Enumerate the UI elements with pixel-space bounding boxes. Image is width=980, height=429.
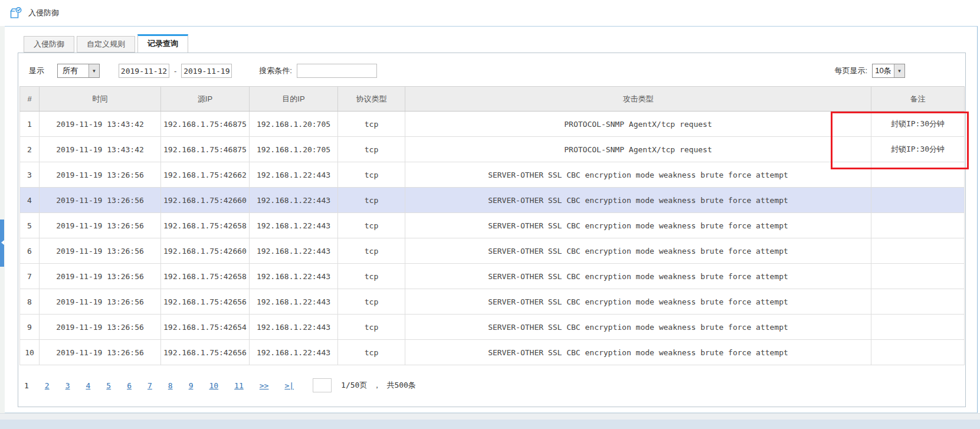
page-link[interactable]: 4 xyxy=(86,381,90,390)
display-label: 显示 xyxy=(29,66,44,76)
cell-note xyxy=(871,188,965,213)
date-range-separator: - xyxy=(174,67,176,76)
page-link[interactable]: 6 xyxy=(127,381,132,390)
column-header: 源IP xyxy=(161,87,250,112)
cell-dest-ip: 192.168.1.22:443 xyxy=(250,340,338,365)
page-link[interactable]: 10 xyxy=(209,381,218,390)
bottom-band-light xyxy=(0,413,980,420)
cell-protocol: tcp xyxy=(338,264,405,289)
page-link[interactable]: 9 xyxy=(189,381,194,390)
cell-attack-type: SERVER-OTHER SSL CBC encryption mode wea… xyxy=(405,213,871,238)
column-header: # xyxy=(20,87,40,112)
page-info-separator: ， xyxy=(373,380,381,391)
last-page-link[interactable]: >| xyxy=(284,381,294,390)
cell-time: 2019-11-19 13:26:56 xyxy=(40,238,161,264)
date-from-input[interactable] xyxy=(119,64,169,78)
page-link[interactable]: 2 xyxy=(45,381,50,390)
page-links: 234567891011 xyxy=(29,381,244,390)
page-link[interactable]: 7 xyxy=(148,381,152,390)
per-page-select-value: 10条 xyxy=(873,64,894,77)
page-link[interactable]: 5 xyxy=(106,381,111,390)
tab-bar: 入侵防御自定义规则记录查询 xyxy=(24,34,191,53)
cell-dest-ip: 192.168.1.22:443 xyxy=(250,315,338,340)
next-group-link[interactable]: >> xyxy=(260,381,269,390)
cell-index: 10 xyxy=(20,340,40,365)
page-link[interactable]: 3 xyxy=(65,381,70,390)
intrusion-prevention-icon xyxy=(8,6,22,20)
cell-index: 7 xyxy=(20,264,40,289)
cell-protocol: tcp xyxy=(338,137,405,162)
cell-protocol: tcp xyxy=(338,315,405,340)
total-info: 共500条 xyxy=(386,380,415,391)
column-header: 协议类型 xyxy=(338,87,405,112)
cell-attack-type: SERVER-OTHER SSL CBC encryption mode wea… xyxy=(405,289,871,315)
cell-source-ip: 192.168.1.75:42658 xyxy=(161,264,250,289)
column-header: 攻击类型 xyxy=(405,87,871,112)
table-row[interactable]: 9 2019-11-19 13:26:56 192.168.1.75:42654… xyxy=(20,315,965,340)
filter-row: 显示 所有 ▼ - 搜索条件: 每页显示: 10条 ▼ xyxy=(18,53,965,79)
log-table-body: 1 2019-11-19 13:43:42 192.168.1.75:46875… xyxy=(20,112,965,365)
cell-index: 5 xyxy=(20,213,40,238)
cell-protocol: tcp xyxy=(338,289,405,315)
cell-protocol: tcp xyxy=(338,112,405,137)
table-row[interactable]: 4 2019-11-19 13:26:56 192.168.1.75:42660… xyxy=(20,188,965,213)
table-row[interactable]: 7 2019-11-19 13:26:56 192.168.1.75:42658… xyxy=(20,264,965,289)
table-row[interactable]: 1 2019-11-19 13:43:42 192.168.1.75:46875… xyxy=(20,112,965,137)
search-input[interactable] xyxy=(297,64,377,78)
intrusion-prevention-page: 入侵防御 入侵防御自定义规则记录查询 显示 所有 ▼ - 搜索条件: xyxy=(0,0,980,429)
cell-dest-ip: 192.168.1.22:443 xyxy=(250,238,338,264)
chevron-down-icon: ▼ xyxy=(894,64,904,77)
display-select[interactable]: 所有 ▼ xyxy=(57,64,100,78)
page-jump-input[interactable] xyxy=(313,378,332,392)
column-header: 目的IP xyxy=(250,87,338,112)
cell-dest-ip: 192.168.1.22:443 xyxy=(250,213,338,238)
cell-attack-type: SERVER-OTHER SSL CBC encryption mode wea… xyxy=(405,238,871,264)
tab-入侵防御[interactable]: 入侵防御 xyxy=(24,36,74,53)
cell-time: 2019-11-19 13:26:56 xyxy=(40,213,161,238)
cell-time: 2019-11-19 13:26:56 xyxy=(40,162,161,188)
main-panel: 入侵防御自定义规则记录查询 显示 所有 ▼ - 搜索条件: 每页显示: 10条 xyxy=(5,26,978,413)
cell-source-ip: 192.168.1.75:42662 xyxy=(161,162,250,188)
cell-protocol: tcp xyxy=(338,340,405,365)
cell-time: 2019-11-19 13:26:56 xyxy=(40,289,161,315)
cell-source-ip: 192.168.1.75:46875 xyxy=(161,112,250,137)
cell-attack-type: SERVER-OTHER SSL CBC encryption mode wea… xyxy=(405,315,871,340)
table-row[interactable]: 5 2019-11-19 13:26:56 192.168.1.75:42658… xyxy=(20,213,965,238)
cell-dest-ip: 192.168.1.22:443 xyxy=(250,289,338,315)
page-link[interactable]: 8 xyxy=(168,381,173,390)
log-table: #时间源IP目的IP协议类型攻击类型备注 1 2019-11-19 13:43:… xyxy=(19,86,965,365)
per-page-select[interactable]: 10条 ▼ xyxy=(872,64,905,78)
date-to-input[interactable] xyxy=(181,64,232,78)
table-row[interactable]: 3 2019-11-19 13:26:56 192.168.1.75:42662… xyxy=(20,162,965,188)
cell-index: 3 xyxy=(20,162,40,188)
page-title: 入侵防御 xyxy=(28,8,59,18)
page-link[interactable]: 11 xyxy=(234,381,244,390)
cell-index: 6 xyxy=(20,238,40,264)
table-row[interactable]: 2 2019-11-19 13:43:42 192.168.1.75:46875… xyxy=(20,137,965,162)
table-row[interactable]: 8 2019-11-19 13:26:56 192.168.1.75:42656… xyxy=(20,289,965,315)
cell-attack-type: SERVER-OTHER SSL CBC encryption mode wea… xyxy=(405,264,871,289)
cell-source-ip: 192.168.1.75:42656 xyxy=(161,289,250,315)
cell-protocol: tcp xyxy=(338,238,405,264)
cell-dest-ip: 192.168.1.20:705 xyxy=(250,137,338,162)
cell-note xyxy=(871,264,965,289)
cell-attack-type: SERVER-OTHER SSL CBC encryption mode wea… xyxy=(405,340,871,365)
cell-attack-type: PROTOCOL-SNMP AgentX/tcp request xyxy=(405,112,871,137)
column-header: 备注 xyxy=(871,87,965,112)
tab-记录查询[interactable]: 记录查询 xyxy=(137,34,188,53)
cell-index: 9 xyxy=(20,315,40,340)
cell-dest-ip: 192.168.1.22:443 xyxy=(250,162,338,188)
table-row[interactable]: 6 2019-11-19 13:26:56 192.168.1.75:42660… xyxy=(20,238,965,264)
tab-自定义规则[interactable]: 自定义规则 xyxy=(77,36,135,53)
current-page: 1 xyxy=(24,381,29,390)
cell-index: 1 xyxy=(20,112,40,137)
sidebar-collapse-handle[interactable] xyxy=(0,220,4,267)
cell-index: 4 xyxy=(20,188,40,213)
cell-time: 2019-11-19 13:26:56 xyxy=(40,315,161,340)
pagination: 1 234567891011 >> >| 1/50页 ， 共500条 xyxy=(23,378,965,392)
cell-time: 2019-11-19 13:26:56 xyxy=(40,264,161,289)
cell-time: 2019-11-19 13:43:42 xyxy=(40,137,161,162)
cell-source-ip: 192.168.1.75:42654 xyxy=(161,315,250,340)
search-label: 搜索条件: xyxy=(259,66,292,76)
table-row[interactable]: 10 2019-11-19 13:26:56 192.168.1.75:4265… xyxy=(20,340,965,365)
